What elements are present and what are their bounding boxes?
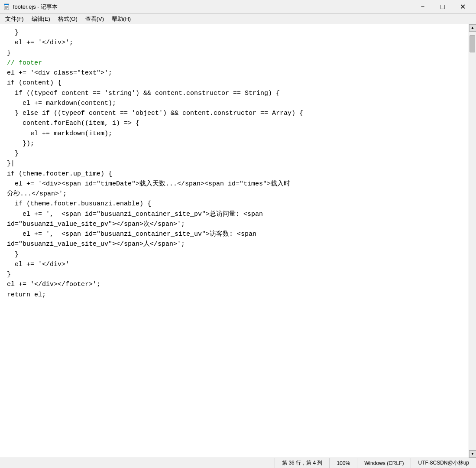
- code-line: el += '<div><span id="timeDate">载入天数...<…: [7, 179, 462, 189]
- status-bar: 第 36 行，第 4 列 100% Windows (CRLF) UTF-8CS…: [0, 458, 476, 468]
- menu-item[interactable]: 格式(O): [55, 14, 81, 24]
- code-line: el += ', <span id="busuanzi_container_si…: [7, 229, 462, 239]
- code-line: el += '</div>';: [7, 38, 462, 48]
- code-line: }: [7, 48, 462, 58]
- code-line: 分秒...</span>';: [7, 189, 462, 199]
- title-bar-left: footer.ejs - 记事本: [3, 3, 58, 11]
- code-line: el += markdown(item);: [7, 129, 462, 139]
- menu-bar: 文件(F)编辑(E)格式(O)查看(V)帮助(H): [0, 14, 476, 24]
- menu-item[interactable]: 帮助(H): [108, 14, 134, 24]
- title-bar: footer.ejs - 记事本 － □ ✕: [0, 0, 476, 14]
- code-line: content.forEach((item, i) => {: [7, 118, 462, 128]
- code-line: el += '</div>': [7, 260, 462, 270]
- window-controls: － □ ✕: [413, 0, 473, 14]
- code-line: el += '</div></footer>';: [7, 280, 462, 289]
- code-line: el += markdown(content);: [7, 98, 462, 108]
- window-title: footer.ejs - 记事本: [13, 3, 58, 11]
- vertical-scrollbar[interactable]: ▲ ▼: [469, 24, 476, 458]
- code-line: } else if ((typeof content == 'object') …: [7, 108, 462, 118]
- code-line: if (content) {: [7, 78, 462, 88]
- code-line: }: [7, 28, 462, 38]
- code-line: if ((typeof content == 'string') && cont…: [7, 88, 462, 98]
- code-line: if (theme.footer.busuanzi.enable) {: [7, 199, 462, 209]
- code-line: }|: [7, 159, 462, 169]
- menu-item[interactable]: 编辑(E): [28, 14, 54, 24]
- cursor-position: 第 36 行，第 4 列: [275, 458, 330, 468]
- app-icon: [3, 3, 10, 10]
- code-content: } el += '</div>';}// footerel += '<div c…: [0, 28, 469, 300]
- scroll-up-button[interactable]: ▲: [469, 24, 476, 32]
- scroll-thumb[interactable]: [470, 35, 475, 52]
- code-line: // footer: [7, 58, 462, 68]
- menu-item[interactable]: 文件(F): [2, 14, 27, 24]
- close-button[interactable]: ✕: [453, 0, 473, 14]
- status-spacer: [0, 458, 275, 468]
- code-line: el += ', <span id="busuanzi_container_si…: [7, 209, 462, 219]
- code-line: });: [7, 139, 462, 149]
- maximize-button[interactable]: □: [433, 0, 453, 14]
- svg-rect-1: [4, 4, 9, 5]
- code-line: if (theme.footer.up_time) {: [7, 169, 462, 179]
- line-ending: Windows (CRLF): [357, 458, 411, 468]
- code-editor[interactable]: } el += '</div>';}// footerel += '<div c…: [0, 24, 469, 458]
- code-line: }: [7, 149, 462, 159]
- menu-item[interactable]: 查看(V): [82, 14, 107, 24]
- code-line: }: [7, 270, 462, 280]
- code-line: id="busuanzi_value_site_pv"></span>次</sp…: [7, 219, 462, 229]
- zoom-level: 100%: [330, 458, 357, 468]
- minimize-button[interactable]: －: [413, 0, 433, 14]
- scroll-down-button[interactable]: ▼: [469, 450, 476, 458]
- content-wrapper: } el += '</div>';}// footerel += '<div c…: [0, 24, 476, 458]
- code-line: id="busuanzi_value_site_uv"></span>人</sp…: [7, 239, 462, 249]
- scroll-track[interactable]: [469, 32, 476, 450]
- encoding: UTF-8CSDN@小林up: [411, 458, 476, 468]
- code-line: el += '<div class="text">';: [7, 68, 462, 78]
- code-line: }: [7, 250, 462, 260]
- code-line: return el;: [7, 290, 462, 300]
